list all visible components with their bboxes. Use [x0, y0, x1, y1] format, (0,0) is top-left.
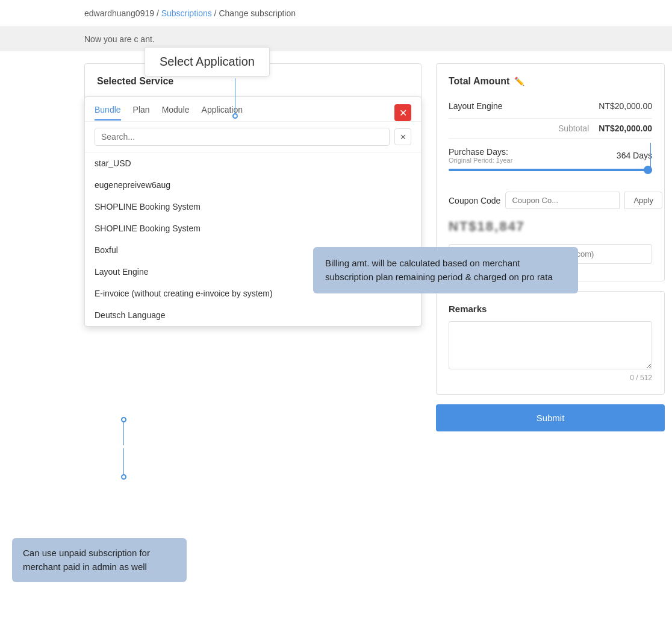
dropdown-tabs-row: Bundle Plan Module Application ✕: [85, 97, 421, 122]
remarks-title: Remarks: [449, 304, 652, 314]
breadcrumb-subscriptions[interactable]: Subscriptions: [161, 8, 212, 18]
slider-track: [449, 169, 652, 171]
purchase-days-label: Purchase Days:: [449, 147, 512, 157]
item-label: SHOPLINE Booking System: [95, 202, 201, 211]
slider-fill: [449, 169, 652, 171]
breadcrumb-sep1: /: [157, 8, 159, 18]
purchase-days-value: 364 Days: [617, 151, 652, 160]
item-label: Boxful: [95, 245, 118, 255]
search-input[interactable]: [95, 128, 390, 146]
subtotal-label: Subtotal: [558, 124, 589, 133]
char-count: 0 / 512: [449, 374, 652, 382]
tab-module[interactable]: Module: [162, 105, 190, 121]
dropdown-list: star_USD eugenepreivew6aug SHOPLINE Book…: [85, 152, 421, 326]
breadcrumb-page: Change subscription: [219, 8, 296, 18]
dropdown-item-deutsch[interactable]: Deutsch Language: [85, 304, 421, 326]
callout-dot-top: [232, 113, 238, 119]
item-label: SHOPLINE Booking System: [95, 224, 201, 233]
select-application-callout: Select Application: [145, 47, 270, 77]
tab-plan[interactable]: Plan: [133, 105, 150, 121]
item-label: star_USD: [95, 158, 131, 168]
original-period: Original Period: 1year: [449, 157, 512, 164]
callout-line-payment: [123, 421, 124, 445]
subtotal-row: Subtotal NT$20,000.00: [449, 118, 652, 139]
coupon-code-label: Coupon Code: [449, 196, 500, 205]
notice-text: Now you are c ant.: [84, 34, 155, 44]
total-amount-header: Total Amount ✏️: [449, 76, 652, 87]
purchase-days-section: Purchase Days: Original Period: 1year 36…: [449, 141, 652, 187]
item-label: E-invoice (without creating e-invoice by…: [95, 289, 273, 298]
callout-dot-payment: [121, 417, 126, 422]
billing-tooltip-text: Billing amt. will be calculated based on…: [325, 258, 553, 282]
total-amount-title: Total Amount: [449, 76, 509, 87]
item-label: Deutsch Language: [95, 310, 166, 320]
search-row: ✕: [85, 122, 421, 152]
purchase-days-slider-container: [449, 164, 652, 181]
unpaid-callout-text: Can use unpaid subscription for merchant…: [23, 548, 150, 572]
slider-callout-line: [650, 143, 651, 167]
tab-bundle[interactable]: Bundle: [95, 105, 121, 121]
submit-button[interactable]: Submit: [436, 404, 665, 431]
callout-line-top: [235, 78, 235, 114]
dropdown-item-shopline-2[interactable]: SHOPLINE Booking System: [85, 218, 421, 239]
callout-dot-unpaid: [121, 474, 126, 480]
purchase-days-row: Purchase Days: Original Period: 1year 36…: [449, 147, 652, 164]
dropdown-tabs: Bundle Plan Module Application: [95, 105, 243, 121]
dropdown-item-star-usd[interactable]: star_USD: [85, 152, 421, 174]
billing-tooltip: Billing amt. will be calculated based on…: [313, 247, 578, 293]
subtotal-value: NT$20,000.00: [599, 124, 652, 133]
unpaid-callout: Can use unpaid subscription for merchant…: [12, 538, 187, 582]
close-dropdown-button[interactable]: ✕: [394, 104, 411, 121]
selected-service-title: Selected Service: [97, 76, 409, 87]
breadcrumb: edwardhuang0919 / Subscriptions / Change…: [0, 0, 672, 27]
line-item-label: Layout Engine: [449, 101, 503, 111]
apply-button[interactable]: Apply: [624, 192, 662, 209]
line-item-layout-engine: Layout Engine NT$20,000.00: [449, 96, 652, 116]
item-label: Layout Engine: [95, 267, 149, 277]
total-blurred-amount: NT$18,847: [449, 214, 652, 239]
item-label: eugenepreivew6aug: [95, 180, 170, 190]
remarks-card: Remarks 0 / 512: [436, 291, 665, 395]
dropdown-item-eugene[interactable]: eugenepreivew6aug: [85, 174, 421, 196]
edit-icon[interactable]: ✏️: [514, 77, 524, 86]
line-item-value: NT$20,000.00: [599, 101, 652, 111]
clear-search-button[interactable]: ✕: [394, 128, 411, 145]
coupon-input[interactable]: [505, 192, 620, 209]
slider-thumb[interactable]: [644, 166, 652, 174]
remarks-textarea[interactable]: [449, 321, 652, 369]
breadcrumb-user: edwardhuang0919: [84, 8, 154, 18]
dropdown-item-shopline-1[interactable]: SHOPLINE Booking System: [85, 196, 421, 218]
notice-bar: Now you are c ant.: [0, 27, 672, 51]
select-application-label: Select Application: [160, 55, 255, 68]
coupon-row: Coupon Code Apply: [449, 187, 652, 214]
